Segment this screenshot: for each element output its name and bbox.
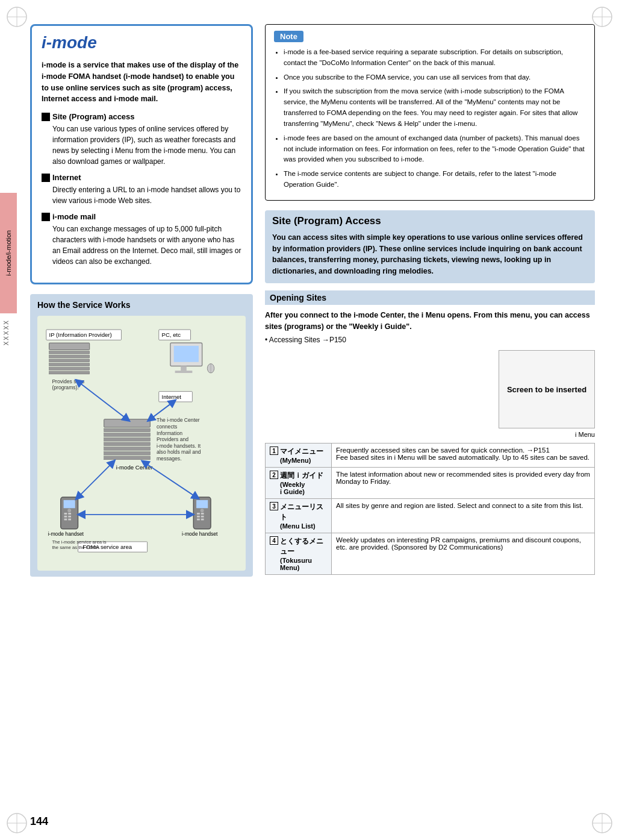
svg-rect-19 — [49, 359, 90, 362]
menu-label-cell-3: 4 とくするメニュー (TokusuruMenu) — [266, 533, 332, 575]
service-works-title: How the Service Works — [37, 300, 246, 310]
svg-rect-24 — [174, 346, 199, 362]
svg-rect-57 — [68, 519, 71, 521]
svg-point-61 — [201, 509, 204, 512]
menu-jp-2: メニューリスト — [280, 502, 327, 522]
right-column: Note i-mode is a fee-based service requi… — [265, 24, 595, 577]
svg-text:the same as the FOMA: the same as the FOMA — [52, 545, 100, 550]
svg-rect-64 — [197, 516, 200, 518]
note-box: Note i-mode is a fee-based service requi… — [265, 24, 595, 201]
side-tab: i-mode/i-motion — [0, 193, 17, 313]
note-list: i-mode is a fee-based service requiring … — [274, 47, 586, 190]
feature-mail: i-mode mail You can exchange messages of… — [42, 212, 241, 267]
screen-placeholder: Screen to be inserted — [499, 350, 595, 428]
menu-en-0: (MyMenu) — [280, 457, 323, 464]
menu-desc-cell-2: All sites by genre and region are listed… — [332, 499, 595, 533]
menu-en-1: (Weeklyi Guide) — [280, 481, 323, 495]
svg-rect-26 — [175, 371, 193, 373]
svg-rect-18 — [49, 355, 90, 358]
black-square-icon-2 — [42, 174, 50, 182]
opening-sites-title: Opening Sites — [265, 290, 595, 305]
svg-text:messages.: messages. — [157, 456, 182, 462]
svg-text:Information: Information — [157, 430, 182, 436]
side-tab-label: i-mode/i-motion — [5, 230, 12, 276]
feature-mail-title: i-mode mail — [42, 212, 241, 221]
svg-text:connects: connects — [157, 424, 177, 430]
svg-text:i-mode handsets. It: i-mode handsets. It — [157, 443, 201, 449]
menu-label-cell-1: 2 週間ｉガイド (Weeklyi Guide) — [266, 468, 332, 499]
service-works-box: How the Service Works IP (Information Pr… — [30, 294, 253, 577]
imode-title: i-mode — [42, 33, 241, 52]
menu-label-cell-0: 1 マイメニュー (MyMenu) — [266, 444, 332, 468]
svg-rect-16 — [49, 343, 90, 350]
table-row: 1 マイメニュー (MyMenu) Frequently accessed si… — [266, 444, 595, 468]
svg-rect-39 — [104, 451, 151, 455]
note-item-4: The i-mode service contents are subject … — [284, 169, 586, 190]
i-menu-label: i Menu — [265, 431, 595, 438]
svg-rect-17 — [49, 351, 90, 354]
svg-rect-21 — [49, 367, 90, 370]
site-access-box: Site (Program) Access You can access sit… — [265, 210, 595, 283]
svg-rect-52 — [64, 513, 67, 515]
svg-rect-53 — [68, 513, 71, 515]
corner-decoration-tr — [590, 5, 614, 29]
opening-sites-section: Opening Sites After you connect to the i… — [265, 290, 595, 575]
site-access-title: Site (Program) Access — [272, 215, 588, 227]
feature-site: Site (Program) access You can use variou… — [42, 112, 241, 167]
accessing-sites: • Accessing Sites →P150 — [265, 336, 595, 344]
corner-decoration-bl — [5, 811, 29, 835]
menu-en-2: (Menu List) — [280, 522, 327, 530]
svg-text:PC, etc: PC, etc — [162, 331, 181, 338]
note-item-0: i-mode is a fee-based service requiring … — [284, 47, 586, 69]
xxxxx-label: XXXXX — [3, 319, 10, 345]
svg-text:i-mode handset: i-mode handset — [48, 531, 84, 537]
corner-decoration-tl — [5, 5, 29, 29]
svg-rect-63 — [201, 513, 204, 515]
page-number: 144 — [30, 815, 48, 828]
menu-label-cell-2: 3 メニューリスト (Menu List) — [266, 499, 332, 533]
imode-title-box: i-mode i-mode is a service that makes us… — [30, 24, 253, 284]
corner-decoration-br — [590, 811, 614, 835]
svg-rect-34 — [104, 428, 151, 432]
table-row: 2 週間ｉガイド (Weeklyi Guide) The latest info… — [266, 468, 595, 499]
menu-desc-0: Frequently accessed sites can be saved f… — [336, 447, 589, 461]
svg-line-74 — [150, 402, 173, 419]
note-item-1: Once you subscribe to the FOMA service, … — [284, 72, 586, 83]
note-title: Note — [274, 31, 303, 42]
menu-desc-cell-0: Frequently accessed sites can be saved f… — [332, 444, 595, 468]
site-access-desc: You can access sites with simple key ope… — [272, 232, 588, 277]
table-row: 4 とくするメニュー (TokusuruMenu) Weekly updates… — [266, 533, 595, 575]
svg-line-76 — [145, 463, 196, 498]
table-row: 3 メニューリスト (Menu List) All sites by genre… — [266, 499, 595, 533]
svg-text:(programs).: (programs). — [52, 384, 79, 390]
note-item-2: If you switch the subscription from the … — [284, 86, 586, 129]
feature-mail-desc: You can exchange messages of up to 5,000… — [42, 224, 241, 267]
feature-site-title: Site (Program) access — [42, 112, 241, 121]
svg-rect-50 — [64, 500, 75, 508]
svg-rect-65 — [201, 516, 204, 518]
svg-point-51 — [67, 509, 71, 512]
svg-rect-38 — [104, 447, 151, 451]
service-diagram: IP (Information Provider) PC, etc — [37, 316, 246, 571]
svg-rect-22 — [49, 371, 90, 374]
svg-text:IP (Information Provider): IP (Information Provider) — [49, 331, 112, 338]
svg-text:i-mode handset: i-mode handset — [182, 531, 218, 537]
svg-rect-25 — [181, 366, 187, 371]
menu-jp-3: とくするメニュー — [280, 536, 327, 557]
diagram-svg: IP (Information Provider) PC, etc — [43, 322, 240, 563]
svg-text:Internet: Internet — [162, 393, 182, 400]
svg-line-73 — [78, 381, 128, 419]
feature-internet-desc: Directly entering a URL to an i-mode han… — [42, 184, 241, 206]
svg-rect-67 — [201, 519, 204, 521]
menu-desc-cell-3: Weekly updates on interesting PR campaig… — [332, 533, 595, 575]
black-square-icon — [42, 113, 50, 121]
menu-num-3: 4 — [270, 536, 278, 545]
menu-num-0: 1 — [270, 447, 278, 455]
menu-jp-0: マイメニュー — [280, 447, 323, 457]
feature-internet-title: Internet — [42, 173, 241, 182]
menu-table: 1 マイメニュー (MyMenu) Frequently accessed si… — [265, 443, 595, 575]
svg-rect-20 — [49, 363, 90, 366]
opening-sites-desc: After you connect to the i-mode Center, … — [265, 310, 595, 333]
feature-site-desc: You can use various types of online serv… — [42, 124, 241, 167]
svg-line-75 — [78, 463, 113, 498]
